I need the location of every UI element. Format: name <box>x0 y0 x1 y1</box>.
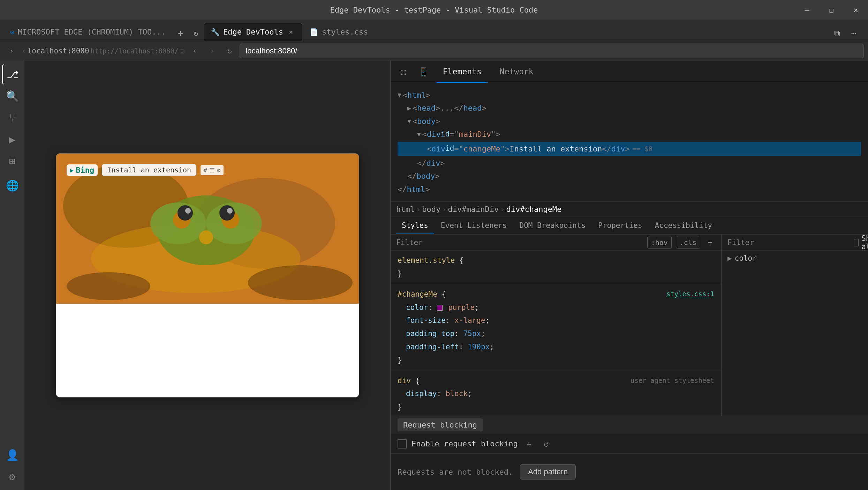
css-rule-div: div { user agent stylesheet display: blo… <box>391 371 721 416</box>
css-rule-changeme: #changeMe { styles.css:1 color: purple; … <box>391 284 721 371</box>
cls-button[interactable]: .cls <box>676 237 700 248</box>
tab-devtools-close[interactable]: ✕ <box>287 28 295 36</box>
color-section-header[interactable]: ▶ color <box>727 254 862 262</box>
inspect-element-icon[interactable]: ⬚ <box>396 65 411 79</box>
tab-ms-edge-label: MICROSOFT EDGE (CHROMIUM) TOO... <box>18 28 166 36</box>
add-style-rule-button[interactable]: + <box>704 237 716 248</box>
css-prop-paddingtop: padding-top: 75px; <box>398 327 714 341</box>
tab-styles[interactable]: Styles <box>396 217 434 234</box>
browser-image: ▶ Bing Install an extension # ☰ ⚙ <box>56 154 359 304</box>
element-breadcrumb: html › body › div#mainDiv › div#changeMe <box>391 202 868 217</box>
back-button[interactable]: ‹ <box>187 44 202 58</box>
rb-enable-row: Enable request blocking + ↺ <box>391 434 868 454</box>
sub-tabs: Styles Event Listeners DOM Breakpoints P… <box>391 217 868 235</box>
sidebar-toggle-button[interactable]: › <box>4 44 19 58</box>
refresh-nav-button[interactable]: ↻ <box>222 44 237 58</box>
search-icon[interactable]: 🔍 <box>2 86 22 106</box>
rb-enable-checkbox[interactable] <box>398 439 407 448</box>
bing-text: Bing <box>76 166 94 175</box>
tab-dom-breakpoints[interactable]: DOM Breakpoints <box>514 217 591 234</box>
rb-header: Request blocking <box>391 416 868 434</box>
url-input[interactable] <box>246 46 858 55</box>
rb-title: Request blocking <box>398 418 483 431</box>
device-toolbar-icon[interactable]: 📱 <box>416 65 431 79</box>
tab-event-listeners[interactable]: Event Listeners <box>435 217 513 234</box>
url-full: http://localhost:8080/ <box>91 47 179 55</box>
show-all-text: Show all <box>861 235 868 251</box>
rb-reset-icon[interactable]: ↺ <box>540 438 553 450</box>
user-agent-label: user agent stylesheet <box>631 374 714 386</box>
show-all-checkbox[interactable] <box>854 239 859 246</box>
minimize-button[interactable]: — <box>795 0 819 20</box>
tree-line-maindiv: ▼ <div id="mainDiv"> <box>398 128 861 141</box>
url-input-wrap[interactable] <box>240 44 864 58</box>
settings-icon[interactable]: ⚙ <box>2 466 22 487</box>
bc-html[interactable]: html <box>396 205 415 214</box>
rb-not-blocked-area: Requests are not blocked. Add pattern <box>391 454 868 490</box>
show-all-label[interactable]: Show all <box>854 235 868 251</box>
tab-accessibility-label: Accessibility <box>655 221 712 230</box>
extensions-icon[interactable]: ⊞ <box>2 151 22 171</box>
expand-html[interactable]: ▼ <box>398 90 401 101</box>
maximize-button[interactable]: ☐ <box>819 0 844 20</box>
rb-add-pattern-button[interactable]: Add pattern <box>520 464 576 480</box>
tab-accessibility[interactable]: Accessibility <box>649 217 718 234</box>
html-tree: ▼ <html> ▶ <head>...</head> ▼ <body> ▼ <… <box>391 83 868 202</box>
expand-head[interactable]: ▶ <box>407 103 411 114</box>
devtools-tab-elements[interactable]: Elements <box>437 61 488 83</box>
split-editor-button[interactable]: ⧉ <box>830 26 844 41</box>
activity-bar: ⎇ 🔍 ⑂ ▶ ⊞ 🌐 👤 ⚙ <box>0 61 24 490</box>
css-file-icon: 📄 <box>310 28 318 36</box>
tab-properties[interactable]: Properties <box>592 217 648 234</box>
devtools-tab-icon: 🔧 <box>211 28 220 36</box>
css-rule-element-style: element.style { } <box>391 251 721 284</box>
network-tab-label: Network <box>500 67 534 76</box>
window-title: Edge DevTools - testPage - Visual Studio… <box>330 6 538 14</box>
devtools-tab-network[interactable]: Network <box>493 61 540 83</box>
refresh-button[interactable]: ↻ <box>188 25 204 41</box>
color-section-label: color <box>735 254 757 262</box>
color-section: ▶ color <box>722 251 868 266</box>
rb-add-icon[interactable]: + <box>523 438 535 450</box>
devtools-toolbar: ⬚ 📱 Elements Network <box>391 61 868 83</box>
bc-changeme[interactable]: div#changeMe <box>506 205 561 214</box>
styles-area: Filter :hov .cls + element.style { } <box>391 235 868 416</box>
forward-button[interactable]: ‹ <box>22 47 26 55</box>
css-prop-color: color: purple; <box>398 301 714 314</box>
run-debug-icon[interactable]: ▶ <box>2 129 22 149</box>
browser-white-content <box>56 304 359 398</box>
styles-filter-input[interactable] <box>427 238 643 247</box>
tab-event-label: Event Listeners <box>441 221 507 230</box>
external-link-icon[interactable]: ⧉ <box>180 47 184 55</box>
forward-nav-button[interactable]: › <box>205 44 219 58</box>
computed-filter-input[interactable] <box>758 238 850 247</box>
accounts-icon[interactable]: 👤 <box>2 445 22 465</box>
tree-line-close-body: </body> <box>398 170 861 183</box>
tab-devtools[interactable]: 🔧 Edge DevTools ✕ <box>204 23 302 41</box>
close-button[interactable]: ✕ <box>844 0 868 20</box>
svg-point-11 <box>219 205 235 221</box>
color-swatch[interactable] <box>437 305 443 311</box>
bc-maindiv[interactable]: div#mainDiv <box>448 205 499 214</box>
css-prop-display: display: block; <box>398 387 714 401</box>
expand-body[interactable]: ▼ <box>407 116 411 127</box>
expand-maindiv[interactable]: ▼ <box>417 129 421 140</box>
css-close-element: } <box>398 267 714 281</box>
svg-point-15 <box>248 265 353 300</box>
explorer-icon[interactable]: ⎇ <box>2 64 22 84</box>
more-actions-button[interactable]: ⋯ <box>846 26 861 41</box>
tab-ms-edge[interactable]: ⊙ MICROSOFT EDGE (CHROMIUM) TOO... <box>3 23 173 41</box>
css-source-link[interactable]: styles.css:1 <box>666 288 714 300</box>
activity-bottom: 👤 ⚙ <box>2 445 22 490</box>
ext-ctrl-3: ⚙ <box>217 166 221 174</box>
tree-line-changeme[interactable]: <div id="changeMe"> Install an extension… <box>398 142 861 156</box>
bing-logo: ▶ Bing <box>67 164 98 176</box>
new-tab-button[interactable]: + <box>173 25 188 41</box>
source-control-icon[interactable]: ⑂ <box>2 107 22 128</box>
bc-body[interactable]: body <box>422 205 440 214</box>
filter-label: Filter <box>396 238 423 247</box>
tab-styles[interactable]: 📄 styles.css <box>302 23 375 41</box>
edge-devtools-icon[interactable]: 🌐 <box>2 175 22 195</box>
computed-panel: Filter Show all ▶ color <box>722 235 868 416</box>
hov-button[interactable]: :hov <box>647 237 672 248</box>
